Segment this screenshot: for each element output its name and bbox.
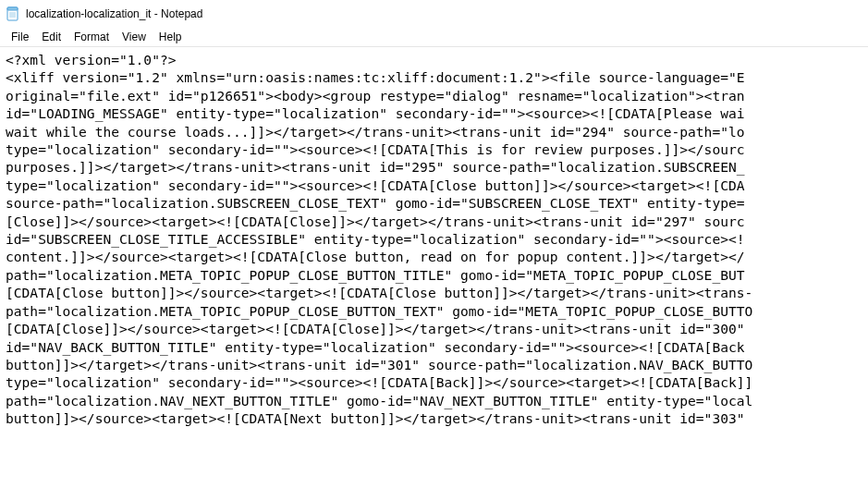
notepad-icon xyxy=(6,6,20,21)
menu-help[interactable]: Help xyxy=(153,29,188,45)
menu-edit[interactable]: Edit xyxy=(36,29,67,45)
menu-file[interactable]: File xyxy=(6,29,34,45)
menu-format[interactable]: Format xyxy=(68,29,115,45)
title-bar[interactable]: localization-localization_it - Notepad xyxy=(0,0,868,28)
svg-rect-1 xyxy=(7,7,18,10)
window-title: localization-localization_it - Notepad xyxy=(26,7,202,20)
menu-bar: File Edit Format View Help xyxy=(0,28,868,46)
menu-view[interactable]: View xyxy=(116,29,152,45)
text-editor-area[interactable]: <?xml version="1.0"?> <xliff version="1.… xyxy=(0,47,868,428)
